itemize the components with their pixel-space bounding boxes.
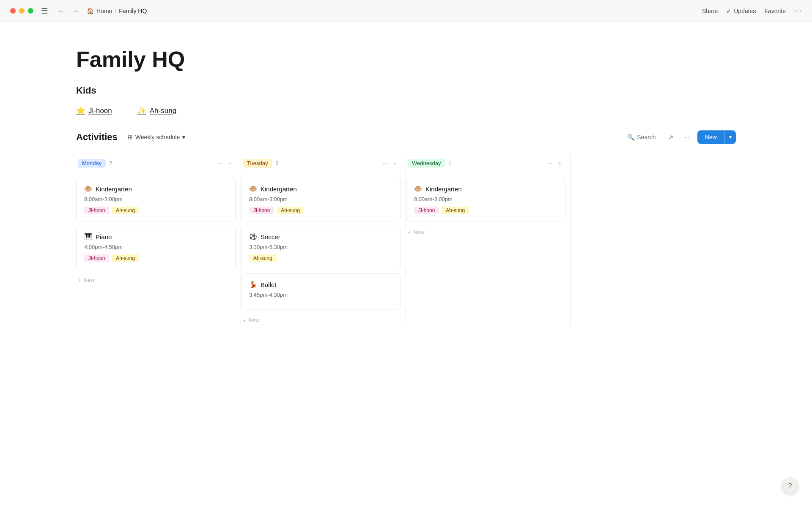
column-header-tuesday: Tuesday3···+ [241,154,401,172]
card-title-monday-1: 🎹 Piano [84,233,228,240]
card-time-monday-0: 8:00am-3:00pm [84,196,228,202]
card-tags-monday-0: Ji-hoonAh-sung [84,207,228,214]
breadcrumb-separator: / [115,8,116,14]
day-count-tuesday: 3 [275,160,278,166]
check-icon: ✓ [726,8,731,14]
plus-icon: + [408,229,411,235]
titlebar-left: ☰ ← → 🏠 Home / Family HQ [10,6,147,17]
card-emoji: 🐵 [84,185,92,193]
traffic-lights [10,8,33,14]
main-content: Family HQ Kids ⭐ Ji-hoon ✨ Ah-sung Activ… [0,22,812,352]
card-emoji: 🐵 [414,185,422,193]
board-column-monday: Monday2···+🐵 Kindergarten8:00am-3:00pmJi… [76,154,241,327]
card-emoji: ⚽ [249,233,257,240]
card-title-wednesday-0: 🐵 Kindergarten [414,185,557,193]
new-main-button[interactable]: New [697,130,725,144]
new-row-button-tuesday[interactable]: + New [241,314,261,327]
breadcrumb-current: Family HQ [119,8,147,14]
col-dots-button-tuesday[interactable]: ··· [380,158,390,168]
col-plus-button-monday[interactable]: + [226,158,234,168]
col-dots-button-monday[interactable]: ··· [215,158,225,168]
kid-jihoon-name: Ji-hoon [88,107,112,115]
search-icon: 🔍 [627,134,634,141]
col-plus-button-tuesday[interactable]: + [391,158,399,168]
expand-button[interactable]: ↗ [664,131,677,144]
favorite-button[interactable]: Favorite [764,8,786,14]
new-row-button-monday[interactable]: + New [76,273,96,287]
new-row-label: New [249,317,260,323]
card-wednesday-0[interactable]: 🐵 Kindergarten8:00am-3:00pmJi-hoonAh-sun… [406,178,565,221]
kid-ahsung[interactable]: ✨ Ah-sung [137,106,176,115]
card-emoji: 🐵 [249,185,257,193]
tag-ahsung: Ah-sung [112,254,139,262]
sidebar-toggle-button[interactable]: ☰ [38,6,50,17]
maximize-button[interactable] [28,8,33,14]
col-plus-button-wednesday[interactable]: + [556,158,564,168]
minimize-button[interactable] [19,8,25,14]
forward-button[interactable]: → [70,6,82,16]
more-options-button[interactable]: ··· [794,6,802,15]
search-label: Search [637,134,656,141]
column-header-monday: Monday2···+ [76,154,236,172]
card-time-tuesday-1: 3:30pm-5:30pm [249,244,392,250]
help-button[interactable]: ? [782,478,798,494]
kid-ahsung-name: Ah-sung [150,107,176,115]
new-button-group: New ▾ [697,130,736,144]
tag-ahsung: Ah-sung [277,207,304,214]
card-tuesday-1[interactable]: ⚽ Soccer3:30pm-5:30pmAh-sung [241,226,401,269]
card-monday-0[interactable]: 🐵 Kindergarten8:00am-3:00pmJi-hoonAh-sun… [76,178,236,221]
activities-title: Activities [76,132,118,143]
card-title-tuesday-0: 🐵 Kindergarten [249,185,392,193]
breadcrumb: 🏠 Home / Family HQ [87,8,147,14]
day-badge-monday: Monday [78,159,106,168]
board: Monday2···+🐵 Kindergarten8:00am-3:00pmJi… [76,154,736,327]
tag-jihoon: Ji-hoon [249,207,274,214]
column-header-wednesday: Wednesday1···+ [406,154,565,172]
view-selector-button[interactable]: ⊞ Weekly schedule ▾ [124,132,189,142]
close-button[interactable] [10,8,16,14]
card-time-wednesday-0: 8:00am-3:00pm [414,196,557,202]
nav-buttons: ← → [55,6,82,16]
kid-ahsung-emoji: ✨ [137,106,146,115]
tag-jihoon: Ji-hoon [84,207,109,214]
home-link[interactable]: Home [96,8,112,14]
kid-jihoon-emoji: ⭐ [76,106,85,115]
col-dots-button-wednesday[interactable]: ··· [545,158,554,168]
column-header-actions: ···+ [380,158,399,168]
more-options-activities-button[interactable]: ··· [681,131,693,144]
card-tuesday-0[interactable]: 🐵 Kindergarten8:00am-3:00pmJi-hoonAh-sun… [241,178,401,221]
updates-button[interactable]: ✓ Updates [726,8,756,14]
chevron-down-icon: ▾ [182,134,185,141]
card-time-tuesday-2: 3:45pm-4:30pm [249,292,392,298]
new-row-label: New [414,229,425,235]
day-badge-wednesday: Wednesday [408,159,445,168]
card-tags-monday-1: Ji-hoonAh-sung [84,254,228,262]
back-button[interactable]: ← [55,6,67,16]
card-title-tuesday-2: 💃 Ballet [249,281,392,288]
card-title-tuesday-1: ⚽ Soccer [249,233,392,240]
card-tags-tuesday-1: Ah-sung [249,254,392,262]
card-tuesday-2[interactable]: 💃 Ballet3:45pm-4:30pm [241,273,401,309]
card-tags-wednesday-0: Ji-hoonAh-sung [414,207,557,214]
day-count-monday: 2 [109,160,112,166]
kids-section-label: Kids [76,85,736,96]
plus-icon: + [78,277,81,283]
board-column-wednesday: Wednesday1···+🐵 Kindergarten8:00am-3:00p… [406,154,571,327]
tag-ahsung: Ah-sung [442,207,469,214]
card-monday-1[interactable]: 🎹 Piano4:00pm-4:50pmJi-hoonAh-sung [76,226,236,269]
plus-icon: + [243,317,246,323]
board-column-tuesday: Tuesday3···+🐵 Kindergarten8:00am-3:00pmJ… [241,154,406,327]
tag-ahsung: Ah-sung [112,207,139,214]
kid-jihoon[interactable]: ⭐ Ji-hoon [76,106,112,115]
new-row-button-wednesday[interactable]: + New [406,226,426,239]
table-icon: ⊞ [128,134,133,141]
activities-actions: 🔍 Search ↗ ··· New ▾ [623,130,736,144]
home-emoji: 🏠 [87,8,94,14]
titlebar-right: Share ✓ Updates Favorite ··· [702,6,802,15]
day-badge-tuesday: Tuesday [243,159,272,168]
card-title-monday-0: 🐵 Kindergarten [84,185,228,193]
card-emoji: 🎹 [84,233,92,240]
search-button[interactable]: 🔍 Search [623,131,660,143]
share-button[interactable]: Share [702,8,718,14]
new-chevron-button[interactable]: ▾ [725,130,736,144]
